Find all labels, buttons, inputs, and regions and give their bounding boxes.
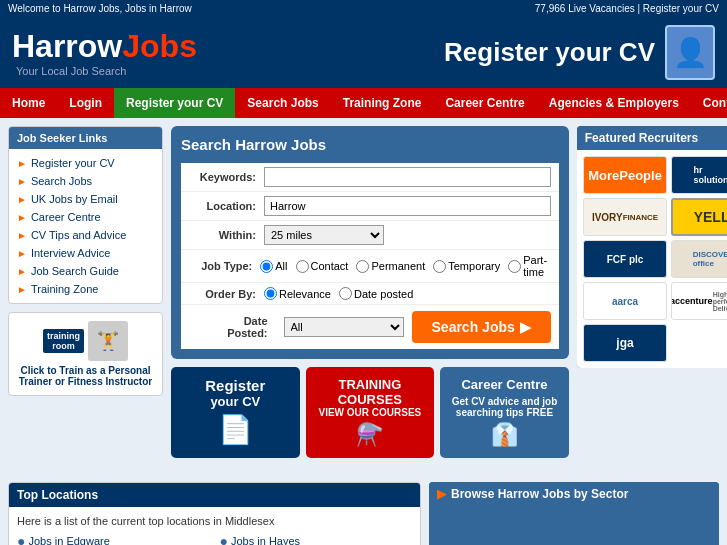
arrow-icon: ► xyxy=(17,158,27,169)
jobtype-row: Job Type: All Contact Permanent Temporar… xyxy=(181,250,559,283)
jobtype-label: Job Type: xyxy=(189,260,260,272)
sidebar-link-cv-tips[interactable]: ►CV Tips and Advice xyxy=(13,226,158,244)
recruiter-ivory[interactable]: IVORYFINANCE xyxy=(583,198,668,236)
center-content: Search Harrow Jobs Keywords: Location: W… xyxy=(171,126,569,466)
register-cv-area[interactable]: Register your CV 👤 xyxy=(444,25,715,80)
jobtype-all[interactable]: All xyxy=(260,260,287,273)
dateposted-row: Date Posted: All Today Last 3 Days Last … xyxy=(181,305,559,349)
locations-box: Top Locations Here is a list of the curr… xyxy=(8,482,421,545)
sidebar-link-search[interactable]: ►Search Jobs xyxy=(13,172,158,190)
sector-box: ▶ Browse Harrow Jobs by Sector xyxy=(429,482,719,545)
search-form: Keywords: Location: Within: 5 miles 10 m… xyxy=(181,163,559,349)
arrow-icon: ► xyxy=(17,248,27,259)
recruiter-aarca[interactable]: aarca xyxy=(583,282,668,320)
arrow-icon: ► xyxy=(17,230,27,241)
location-input[interactable] xyxy=(264,196,551,216)
training-sidebar-box[interactable]: trainingroom 🏋 Click to Train as a Perso… xyxy=(8,312,163,396)
sidebar-link-interview[interactable]: ►Interview Advice xyxy=(13,244,158,262)
orderby-row: Order By: Relevance Date posted xyxy=(181,283,559,305)
jobtype-permanent[interactable]: Permanent xyxy=(356,260,425,273)
bullet-icon: ● xyxy=(220,533,228,545)
top-bar-right: 77,966 Live Vacancies | Register your CV xyxy=(535,3,719,14)
top-bar: Welcome to Harrow Jobs, Jobs in Harrow 7… xyxy=(0,0,727,17)
locations-subtitle: Here is a list of the current top locati… xyxy=(17,515,412,527)
featured-box: Featured Recruiters MorePeople hrsolutio… xyxy=(577,126,727,368)
nav-search-jobs[interactable]: Search Jobs xyxy=(235,88,330,118)
sidebar-link-uk-jobs[interactable]: ►UK Jobs by Email xyxy=(13,190,158,208)
within-select[interactable]: 5 miles 10 miles 15 miles 25 miles 50 mi… xyxy=(264,225,384,245)
training-logo: trainingroom xyxy=(43,329,84,353)
bottom-section: Top Locations Here is a list of the curr… xyxy=(0,474,727,545)
nav-contact-us[interactable]: Contact Us xyxy=(691,88,727,118)
orderby-date[interactable]: Date posted xyxy=(339,287,413,300)
orderby-label: Order By: xyxy=(189,288,264,300)
arrow-icon: ► xyxy=(17,176,27,187)
search-jobs-button[interactable]: Search Jobs ▶ xyxy=(412,311,551,343)
dateposted-select[interactable]: All Today Last 3 Days Last Week Last 2 W… xyxy=(284,317,404,337)
orderby-relevance[interactable]: Relevance xyxy=(264,287,331,300)
sidebar-link-register[interactable]: ►Register your CV xyxy=(13,154,158,172)
location-edgware[interactable]: ● Jobs in Edgware xyxy=(17,533,210,545)
sidebar-link-career[interactable]: ►Career Centre xyxy=(13,208,158,226)
location-hayes[interactable]: ● Jobs in Hayes xyxy=(220,533,413,545)
cv-icon: 👤 xyxy=(665,25,715,80)
nav-home[interactable]: Home xyxy=(0,88,57,118)
nav-training-zone[interactable]: Training Zone xyxy=(331,88,434,118)
jobtype-parttime[interactable]: Part-time xyxy=(508,254,551,278)
location-row: Location: xyxy=(181,192,559,221)
left-sidebar: Job Seeker Links ►Register your CV ►Sear… xyxy=(8,126,163,466)
sidebar-title: Job Seeker Links xyxy=(9,127,162,149)
training-text: Click to Train as a Personal Trainer or … xyxy=(17,365,154,387)
locations-content: Here is a list of the current top locati… xyxy=(9,507,420,545)
recruiter-grid: MorePeople hrsolutions IVORYFINANCE YELL… xyxy=(577,150,727,368)
recruiter-jga[interactable]: jga xyxy=(583,324,668,362)
banner-row: Register your CV 📄 TRAINING COURSES VIEW… xyxy=(171,367,569,458)
logo-harrow: Harrow xyxy=(12,28,122,65)
sidebar-box: Job Seeker Links ►Register your CV ►Sear… xyxy=(8,126,163,304)
top-bar-left: Welcome to Harrow Jobs, Jobs in Harrow xyxy=(8,3,192,14)
recruiter-yell[interactable]: YELL. xyxy=(671,198,727,236)
dateposted-label: Date Posted: xyxy=(201,315,276,339)
register-cv-header-text: Register your CV xyxy=(444,37,655,68)
sector-title-text: Browse Harrow Jobs by Sector xyxy=(451,487,628,501)
locations-title: Top Locations xyxy=(9,483,420,507)
recruiter-accenture[interactable]: accentureHigh performance. Delivered. xyxy=(671,282,727,320)
arrow-icon: ► xyxy=(17,266,27,277)
logo-sub: Your Local Job Search xyxy=(16,65,197,77)
nav-agencies-employers[interactable]: Agencies & Employers xyxy=(537,88,691,118)
logo-jobs: Jobs xyxy=(122,28,197,65)
sidebar-link-job-guide[interactable]: ►Job Search Guide xyxy=(13,262,158,280)
search-title: Search Harrow Jobs xyxy=(181,136,559,153)
logo-area[interactable]: Harrow Jobs Your Local Job Search xyxy=(12,28,197,77)
nav-career-centre[interactable]: Career Centre xyxy=(433,88,536,118)
banner-career-centre[interactable]: Career Centre Get CV advice and job sear… xyxy=(440,367,569,458)
nav-login[interactable]: Login xyxy=(57,88,114,118)
locations-grid: ● Jobs in Edgware ● Jobs in Hayes ● Jobs… xyxy=(17,533,412,545)
jobtype-temporary[interactable]: Temporary xyxy=(433,260,500,273)
recruiter-discover[interactable]: DISCOVERoffice xyxy=(671,240,727,278)
keywords-input[interactable] xyxy=(264,167,551,187)
sidebar-links: ►Register your CV ►Search Jobs ►UK Jobs … xyxy=(9,149,162,303)
recruiter-fcf[interactable]: FCF plc xyxy=(583,240,668,278)
jobtype-contact[interactable]: Contact xyxy=(296,260,349,273)
nav-register-cv[interactable]: Register your CV xyxy=(114,88,235,118)
search-arrow-icon: ▶ xyxy=(520,319,531,335)
recruiter-morepeople[interactable]: MorePeople xyxy=(583,156,668,194)
arrow-icon: ► xyxy=(17,212,27,223)
search-box: Search Harrow Jobs Keywords: Location: W… xyxy=(171,126,569,359)
within-row: Within: 5 miles 10 miles 15 miles 25 mil… xyxy=(181,221,559,250)
arrow-icon: ► xyxy=(17,284,27,295)
within-label: Within: xyxy=(189,229,264,241)
jobtype-radio-group: All Contact Permanent Temporary Part-tim… xyxy=(260,254,551,278)
location-label: Location: xyxy=(189,200,264,212)
sector-arrow-icon: ▶ xyxy=(437,487,446,501)
sector-title[interactable]: ▶ Browse Harrow Jobs by Sector xyxy=(429,482,719,506)
right-sidebar: Featured Recruiters MorePeople hrsolutio… xyxy=(577,126,727,466)
sidebar-link-training[interactable]: ►Training Zone xyxy=(13,280,158,298)
arrow-icon: ► xyxy=(17,194,27,205)
header: Harrow Jobs Your Local Job Search Regist… xyxy=(0,17,727,88)
banner-training-courses[interactable]: TRAINING COURSES VIEW OUR COURSES ⚗️ xyxy=(306,367,435,458)
banner-register-cv[interactable]: Register your CV 📄 xyxy=(171,367,300,458)
featured-title: Featured Recruiters xyxy=(577,126,727,150)
recruiter-hr[interactable]: hrsolutions xyxy=(671,156,727,194)
